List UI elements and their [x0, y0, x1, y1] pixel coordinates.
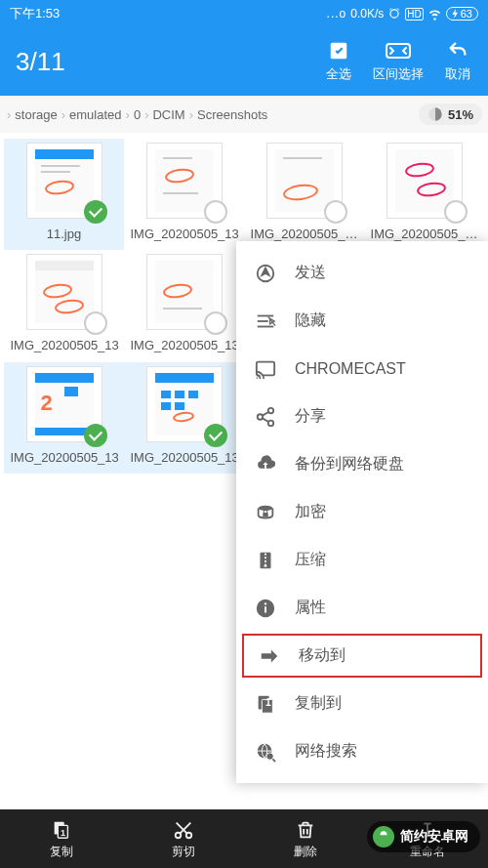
- status-speed: 0.0K/s: [350, 7, 384, 21]
- check-off-icon: [84, 311, 107, 335]
- svg-line-28: [272, 759, 275, 762]
- svg-point-27: [266, 752, 273, 759]
- file-item[interactable]: IMG_20200505_130536.j: [124, 250, 244, 361]
- menu-item-copy-to[interactable]: 1 复制到: [236, 680, 488, 727]
- alarm-icon: [387, 7, 401, 21]
- svg-rect-17: [264, 553, 266, 555]
- menu-item-chromecast[interactable]: CHROMECAST: [236, 345, 488, 393]
- selection-count: 3/11: [16, 47, 324, 77]
- file-name: IMG_20200505_…: [251, 227, 358, 242]
- file-name: 11.jpg: [11, 227, 118, 242]
- undo-icon: [443, 40, 472, 62]
- svg-point-10: [258, 414, 264, 420]
- breadcrumb-item[interactable]: Screenshots: [194, 107, 270, 122]
- app-bar: 3/11 全选 区间选择 取消: [0, 27, 488, 96]
- toolbar-delete-button[interactable]: 删除: [244, 809, 366, 868]
- file-name: IMG_20200505_130507.j: [11, 338, 118, 353]
- file-item[interactable]: IMG_20200505_130507.j: [4, 250, 124, 361]
- scissors-icon: [172, 818, 195, 842]
- menu-item-web-search[interactable]: 网络搜索: [236, 727, 488, 775]
- breadcrumb-item[interactable]: 0: [131, 107, 143, 122]
- context-menu: 发送 隐藏 CHROMECAST 分享 备份到网络硬盘 加密 压缩 属性 移动到…: [236, 241, 488, 783]
- copy-icon: 1: [50, 818, 73, 842]
- toolbar-cut-button[interactable]: 剪切: [122, 809, 244, 868]
- svg-rect-18: [264, 557, 266, 558]
- svg-rect-5: [258, 320, 268, 322]
- breadcrumb-item[interactable]: storage: [12, 107, 60, 122]
- lock-icon: [254, 501, 277, 524]
- file-name: IMG_20200505_…: [371, 227, 478, 242]
- svg-rect-1: [386, 44, 410, 58]
- svg-rect-21: [264, 606, 266, 612]
- menu-item-hide[interactable]: 隐藏: [236, 297, 488, 345]
- file-name: IMG_20200505_130536.j: [131, 338, 238, 353]
- file-item[interactable]: IMG_20200505_130345.j: [124, 139, 244, 250]
- file-item[interactable]: 11.jpg: [4, 139, 124, 250]
- watermark: 简约安卓网: [367, 821, 480, 852]
- check-off-icon: [444, 200, 468, 224]
- svg-point-9: [268, 407, 274, 413]
- svg-line-12: [263, 411, 268, 415]
- file-name: IMG_20200505_133533.j: [11, 450, 118, 466]
- file-name: IMG_20200505_130345.j: [131, 227, 238, 242]
- hide-icon: [254, 310, 277, 333]
- status-battery: 63: [461, 8, 472, 20]
- menu-item-send[interactable]: 发送: [236, 249, 488, 297]
- status-time: 下午1:53: [10, 5, 60, 22]
- menu-item-encrypt[interactable]: 加密: [236, 488, 488, 536]
- watermark-text: 简约安卓网: [400, 828, 468, 846]
- select-all-button[interactable]: 全选: [324, 40, 353, 83]
- svg-point-22: [264, 602, 266, 604]
- info-icon: [254, 597, 277, 620]
- file-name: IMG_20200505_135159.j: [131, 450, 238, 466]
- status-right: ...o 0.0K/s HD 63: [327, 7, 478, 21]
- storage-percent[interactable]: 51%: [419, 103, 482, 125]
- breadcrumb-item[interactable]: emulated: [66, 107, 124, 122]
- android-icon: [377, 830, 390, 844]
- check-off-icon: [204, 311, 227, 335]
- menu-item-backup[interactable]: 备份到网络硬盘: [236, 440, 488, 488]
- svg-text:1: 1: [265, 696, 271, 707]
- copy-icon: 1: [254, 692, 277, 716]
- svg-rect-4: [258, 314, 274, 316]
- checkbox-checked-icon: [324, 40, 353, 62]
- menu-item-move-to[interactable]: 移动到: [240, 632, 484, 680]
- cast-icon: [254, 357, 277, 381]
- svg-rect-19: [264, 560, 266, 562]
- svg-rect-15: [263, 513, 268, 517]
- zip-icon: [254, 549, 277, 572]
- svg-text:1: 1: [61, 827, 65, 837]
- range-select-button[interactable]: 区间选择: [373, 40, 424, 83]
- svg-rect-6: [258, 325, 274, 327]
- move-icon: [258, 644, 281, 668]
- check-on-icon: [84, 200, 107, 224]
- send-icon: [254, 262, 277, 285]
- breadcrumb-item[interactable]: DCIM: [149, 107, 187, 122]
- wifi-icon: [427, 7, 442, 21]
- pie-icon: [427, 106, 443, 122]
- menu-item-compress[interactable]: 压缩: [236, 536, 488, 584]
- svg-point-11: [268, 420, 274, 426]
- file-item[interactable]: IMG_20200505_135159.j: [124, 362, 244, 474]
- status-bar: 下午1:53 ...o 0.0K/s HD 63: [0, 0, 488, 27]
- trash-icon: [294, 818, 317, 842]
- check-on-icon: [204, 424, 227, 447]
- globe-search-icon: [254, 740, 277, 764]
- toolbar-copy-button[interactable]: 1 复制: [0, 809, 122, 868]
- breadcrumb[interactable]: › storage › emulated › 0 › DCIM › Screen…: [0, 96, 488, 133]
- share-icon: [254, 405, 277, 429]
- svg-line-13: [263, 418, 268, 422]
- file-item[interactable]: IMG_20200505_…: [244, 139, 364, 250]
- file-item[interactable]: 2 IMG_20200505_133533.j: [4, 362, 124, 474]
- menu-item-share[interactable]: 分享: [236, 393, 488, 440]
- menu-item-properties[interactable]: 属性: [236, 584, 488, 632]
- check-off-icon: [204, 200, 227, 224]
- check-off-icon: [324, 200, 347, 224]
- range-icon: [384, 40, 413, 62]
- file-item[interactable]: IMG_20200505_…: [364, 139, 484, 250]
- cancel-button[interactable]: 取消: [443, 40, 472, 83]
- check-on-icon: [84, 424, 107, 447]
- cloud-upload-icon: [254, 453, 277, 476]
- lightning-icon: [452, 9, 459, 19]
